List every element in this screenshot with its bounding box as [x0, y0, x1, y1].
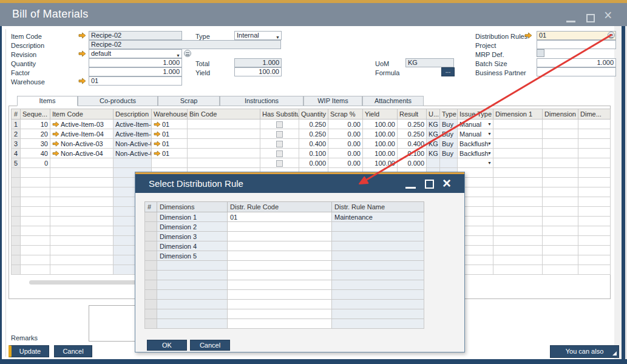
items-cell-quantity[interactable]: 0.250 — [299, 129, 328, 139]
batch-size-field[interactable]: 1.000 — [537, 58, 616, 67]
items-cell-result[interactable]: 0.000 — [398, 158, 427, 168]
dialog-cell-code[interactable]: 01 — [228, 212, 332, 222]
items-cell-item-code[interactable]: Non-Active-04 — [50, 149, 114, 158]
items-cell-item-code[interactable] — [50, 158, 114, 168]
dialog-cell-name[interactable] — [332, 271, 424, 280]
dialog-minimize-icon[interactable] — [405, 187, 416, 189]
dialog-close-icon[interactable]: × — [442, 175, 451, 192]
items-cell-dim3[interactable] — [578, 139, 611, 149]
items-cell-dim1[interactable] — [493, 168, 543, 178]
items-cell-dim3[interactable] — [578, 168, 611, 178]
has-substitutes-checkbox[interactable] — [276, 121, 283, 128]
items-cell-dim1[interactable] — [493, 236, 543, 246]
items-cell-sequence[interactable]: 10 — [21, 120, 50, 129]
revision-dropdown[interactable]: default▼ — [89, 49, 182, 58]
dialog-cell-dimension[interactable] — [157, 319, 228, 329]
items-cell-dim1[interactable] — [493, 207, 543, 217]
dialog-cell-dimension[interactable] — [157, 290, 228, 300]
items-cell-has-subst[interactable] — [260, 149, 299, 158]
dialog-cell-dimension[interactable] — [157, 309, 228, 319]
items-cell-scrap[interactable]: 0.00 — [328, 129, 363, 139]
dialog-cell-dimension[interactable] — [157, 300, 228, 309]
items-cell-dim3[interactable] — [578, 178, 611, 187]
items-cell-warehouse[interactable]: 01 — [152, 149, 188, 158]
items-cell-quantity[interactable]: 0.250 — [299, 120, 328, 129]
items-cell-dim2[interactable] — [543, 255, 578, 265]
items-cell-yield[interactable]: 100.00 — [363, 120, 398, 129]
items-cell-sequence[interactable] — [21, 178, 50, 187]
items-cell-yield[interactable]: 100.00 — [363, 149, 398, 158]
items-cell-has-subst[interactable] — [260, 158, 299, 168]
items-cell-dim2[interactable] — [543, 149, 578, 158]
has-substitutes-checkbox[interactable] — [276, 141, 283, 147]
dialog-cell-name[interactable] — [332, 290, 424, 300]
warehouse-field[interactable]: 01 — [89, 76, 182, 86]
items-cell-dim3[interactable] — [578, 207, 611, 217]
items-cell-dim2[interactable] — [543, 158, 578, 168]
items-cell-quantity[interactable]: 0.400 — [299, 139, 328, 149]
items-cell-dim3[interactable] — [578, 120, 611, 129]
items-cell-scrap[interactable]: 0.00 — [328, 158, 363, 168]
items-cell-dim2[interactable] — [543, 197, 578, 207]
distribution-rules-field[interactable]: 01 — [537, 31, 616, 40]
items-cell-sequence[interactable]: 20 — [21, 129, 50, 139]
items-cell-warehouse[interactable]: 01 — [152, 139, 188, 149]
items-cell-dim2[interactable] — [543, 236, 578, 246]
items-cell-issue-type[interactable]: ▼ — [458, 158, 493, 168]
dialog-cell-code[interactable] — [228, 280, 332, 290]
items-cell-dim2[interactable] — [543, 265, 578, 275]
items-cell-type[interactable]: Buy — [440, 139, 458, 149]
ok-button[interactable]: OK — [147, 340, 187, 351]
dialog-cancel-button[interactable]: Cancel — [190, 340, 230, 351]
items-cell-yield[interactable]: 100.00 — [363, 129, 398, 139]
items-cell-item-code[interactable] — [50, 207, 114, 217]
yield-field[interactable]: 100.00 — [234, 67, 282, 76]
items-cell-dim3[interactable] — [578, 149, 611, 158]
items-cell-result[interactable]: 0.250 — [398, 129, 427, 139]
dialog-cell-name[interactable] — [332, 280, 424, 290]
items-cell-quantity[interactable]: 0.100 — [299, 149, 328, 158]
items-cell-quantity[interactable]: 0.000 — [299, 158, 328, 168]
items-cell-scrap[interactable]: 0.00 — [328, 120, 363, 129]
items-cell-sequence[interactable] — [21, 187, 50, 197]
items-cell-dim2[interactable] — [543, 217, 578, 226]
formula-browse-button[interactable]: ... — [441, 67, 455, 76]
update-button[interactable]: Update — [8, 345, 49, 357]
revision-choose-from-list-icon[interactable] — [184, 50, 191, 57]
uom-field[interactable]: KG — [405, 58, 454, 67]
items-cell-scrap[interactable]: 0.00 — [328, 149, 363, 158]
items-cell-dim3[interactable] — [578, 246, 611, 255]
items-cell-issue-type[interactable]: Backflush▼ — [458, 149, 493, 158]
items-cell-sequence[interactable] — [21, 226, 50, 236]
dialog-cell-code[interactable] — [228, 261, 332, 271]
items-cell-bin-code[interactable] — [188, 139, 260, 149]
items-cell-type[interactable]: Buy — [440, 120, 458, 129]
items-cell-item-code[interactable] — [50, 226, 114, 236]
items-cell-sequence[interactable] — [21, 217, 50, 226]
items-cell-dim3[interactable] — [578, 217, 611, 226]
items-cell-item-code[interactable] — [50, 197, 114, 207]
items-cell-dim3[interactable] — [578, 158, 611, 168]
items-cell-dim1[interactable] — [493, 139, 543, 149]
items-cell-sequence[interactable] — [21, 246, 50, 255]
warehouse-link-arrow-icon[interactable] — [78, 78, 86, 84]
items-cell-sequence[interactable] — [21, 197, 50, 207]
items-cell-dim1[interactable] — [493, 120, 543, 129]
items-cell-item-code[interactable] — [50, 168, 114, 178]
dialog-cell-name[interactable]: Maintenance — [332, 212, 424, 222]
items-cell-dim1[interactable] — [493, 158, 543, 168]
has-substitutes-checkbox[interactable] — [276, 160, 283, 167]
dialog-cell-code[interactable] — [228, 300, 332, 309]
tab-instructions[interactable]: Instructions — [220, 96, 303, 106]
dialog-cell-dimension[interactable]: Dimension 5 — [157, 251, 228, 261]
type-dropdown[interactable]: Internal▼ — [234, 31, 282, 40]
dialog-cell-dimension[interactable] — [157, 280, 228, 290]
tab-scrap[interactable]: Scrap — [158, 96, 220, 106]
items-cell-type[interactable]: Buy — [440, 149, 458, 158]
items-cell-yield[interactable]: 100.00 — [363, 139, 398, 149]
dialog-cell-dimension[interactable]: Dimension 4 — [157, 241, 228, 251]
items-cell-dim2[interactable] — [543, 120, 578, 129]
items-cell-sequence[interactable] — [21, 207, 50, 217]
close-icon[interactable]: × — [604, 8, 612, 22]
items-cell-dim2[interactable] — [543, 139, 578, 149]
